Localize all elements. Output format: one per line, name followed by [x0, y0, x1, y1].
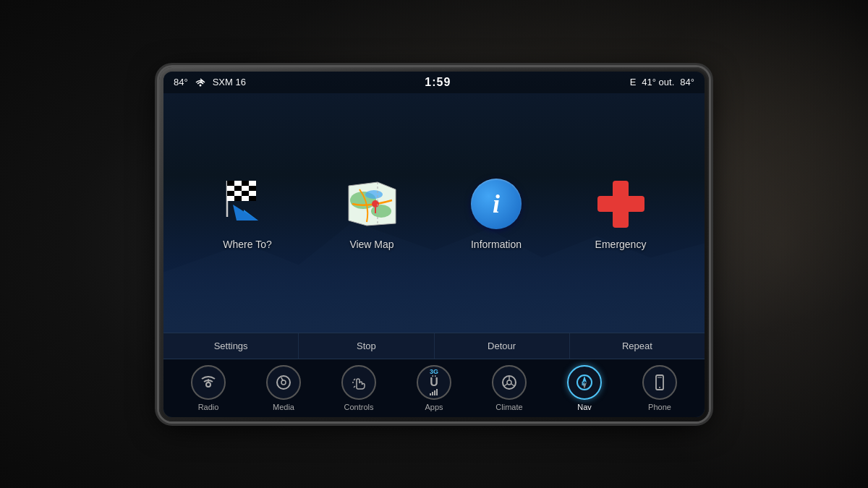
svg-point-31 [281, 380, 286, 385]
apps-3g-label: 3G [430, 369, 438, 376]
outside-temp: 41° out. [642, 77, 674, 87]
information-label: Information [471, 239, 522, 250]
svg-rect-10 [249, 186, 256, 191]
phone-label: Phone [648, 403, 671, 411]
nav-item-view-map[interactable]: View Map [343, 175, 401, 250]
svg-rect-11 [227, 191, 234, 196]
dock-item-nav[interactable]: E Nav [567, 365, 602, 411]
svg-rect-17 [242, 196, 249, 201]
media-label: Media [273, 403, 294, 411]
phone-icon [642, 365, 677, 400]
where-to-icon [218, 175, 276, 233]
svg-rect-18 [249, 196, 256, 201]
svg-rect-13 [242, 191, 249, 196]
view-map-label: View Map [349, 239, 393, 250]
screen-frame: 84° SXM 16 1:59 E 41° out. 84° [159, 67, 709, 421]
dock-item-media[interactable]: Media [266, 365, 301, 411]
compass-direction: E [630, 77, 637, 87]
radio-icon [191, 365, 226, 400]
dock-item-controls[interactable]: Controls [341, 365, 376, 411]
car-temp: 84° [680, 77, 694, 87]
apps-overlay: 3G Ü [430, 369, 438, 395]
sxm-label: SXM 16 [213, 77, 246, 87]
svg-line-39 [511, 384, 514, 386]
svg-text:E: E [582, 380, 586, 387]
nav-label: Nav [577, 403, 592, 411]
svg-point-45 [659, 387, 660, 388]
svg-rect-9 [242, 186, 249, 191]
svg-rect-6 [249, 181, 256, 186]
info-circle: i [471, 179, 522, 229]
svg-rect-3 [227, 181, 234, 186]
svg-marker-20 [233, 205, 258, 221]
nav-item-where-to[interactable]: Where To? [218, 175, 276, 250]
dock-item-phone[interactable]: Phone [642, 365, 677, 411]
svg-point-0 [199, 84, 201, 86]
cross-vertical [613, 181, 629, 228]
emergency-icon [592, 175, 650, 233]
nav-item-emergency[interactable]: Emergency [592, 175, 650, 250]
information-icon: i [467, 175, 525, 233]
dock-item-radio[interactable]: Radio [191, 365, 226, 411]
dock-item-climate[interactable]: Climate [492, 365, 527, 411]
svg-point-24 [365, 190, 383, 199]
svg-rect-16 [234, 196, 242, 201]
settings-bar: Settings Stop Detour Repeat [163, 333, 705, 359]
repeat-button[interactable]: Repeat [570, 333, 705, 359]
svg-rect-8 [234, 186, 242, 191]
svg-rect-12 [234, 191, 242, 196]
media-icon [266, 365, 301, 400]
clock: 1:59 [425, 76, 451, 89]
detour-button[interactable]: Detour [435, 333, 570, 359]
stop-button[interactable]: Stop [299, 333, 434, 359]
status-bar: 84° SXM 16 1:59 E 41° out. 84° [163, 72, 705, 93]
svg-rect-15 [227, 196, 234, 201]
settings-button[interactable]: Settings [163, 333, 299, 359]
apps-u-label: Ü [430, 376, 438, 389]
controls-icon [341, 365, 376, 400]
radio-label: Radio [198, 403, 219, 411]
bottom-dock: Radio Media [163, 359, 705, 417]
nav-item-information[interactable]: i Information [467, 175, 525, 250]
screen: 84° SXM 16 1:59 E 41° out. 84° [163, 72, 705, 417]
svg-rect-7 [227, 186, 234, 191]
car-bezel: 84° SXM 16 1:59 E 41° out. 84° [0, 0, 868, 488]
climate-label: Climate [495, 403, 522, 411]
svg-point-36 [507, 380, 511, 385]
nav-icon: E [567, 365, 602, 400]
signal-icon [194, 77, 207, 87]
svg-rect-4 [234, 181, 242, 186]
apps-icon: 3G Ü [417, 365, 451, 400]
apps-label: Apps [425, 403, 443, 411]
svg-point-30 [277, 376, 290, 389]
svg-line-32 [354, 379, 355, 380]
svg-line-34 [354, 386, 355, 388]
interior-temp: 84° [174, 77, 188, 87]
svg-point-28 [206, 382, 210, 387]
where-to-label: Where To? [223, 239, 271, 250]
apps-signal-bars [430, 388, 438, 395]
svg-line-38 [504, 384, 507, 386]
dock-item-apps[interactable]: 3G Ü Apps [417, 365, 451, 411]
emergency-label: Emergency [595, 239, 647, 250]
svg-rect-5 [242, 181, 249, 186]
view-map-icon [343, 175, 401, 233]
controls-label: Controls [344, 403, 374, 411]
climate-icon [492, 365, 527, 400]
svg-rect-14 [249, 191, 256, 196]
nav-grid: Where To? [163, 93, 705, 333]
